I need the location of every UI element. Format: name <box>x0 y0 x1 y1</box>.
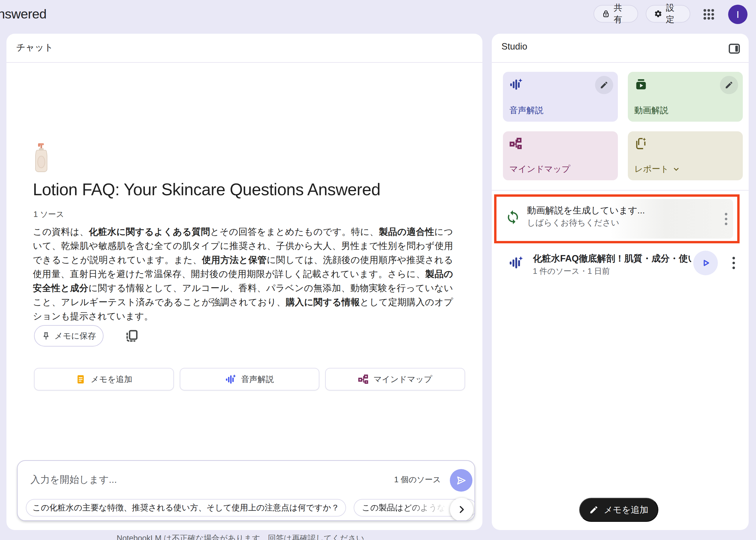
studio-list-divider <box>492 190 749 191</box>
source-count: 1 ソース <box>34 209 64 219</box>
card-label: マインドマップ <box>509 163 570 175</box>
share-button[interactable]: 共有 <box>594 5 638 23</box>
play-button[interactable] <box>693 251 718 275</box>
play-icon <box>700 257 711 269</box>
input-source-count: 1 個のソース <box>394 474 441 485</box>
settings-button[interactable]: 設定 <box>646 5 690 23</box>
copy-icon[interactable] <box>124 329 139 343</box>
video-overview-icon <box>634 78 648 91</box>
chat-input-box: 1 個のソース この化粧水の主要な特徴、推奨される使い方、そして使用上の注意点は… <box>17 460 475 521</box>
settings-label: 設定 <box>666 2 682 26</box>
sync-refresh-icon <box>505 209 521 225</box>
audio-waveform-icon <box>225 374 236 385</box>
audio-overview-list-item[interactable]: 化粧水FAQ徹底解剖！肌質・成分・使い... 1 件のソース・1 日前 <box>492 251 749 286</box>
share-label: 共有 <box>614 2 630 26</box>
edit-pencil-icon <box>600 80 609 89</box>
suggested-questions-row: この化粧水の主要な特徴、推奨される使い方、そして使用上の注意点は何ですか？ この… <box>26 499 475 516</box>
chevron-right-icon <box>457 504 467 514</box>
mindmap-icon <box>509 137 522 150</box>
chip-label: この製品はどのような成分 <box>362 502 462 513</box>
suggested-question-chip[interactable]: この化粧水の主要な特徴、推奨される使い方、そして使用上の注意点は何ですか？ <box>26 499 346 516</box>
note-icon <box>76 374 86 385</box>
send-button[interactable] <box>450 469 472 492</box>
edit-video-overview-button[interactable] <box>720 76 738 94</box>
lotion-bottle-emoji <box>32 142 51 174</box>
audio-item-title: 化粧水FAQ徹底解剖！肌質・成分・使い... <box>533 252 691 265</box>
generating-video-overview-row-highlight[interactable]: 動画解説を生成しています... しばらくお待ちください <box>494 195 740 243</box>
studio-panel: Studio 音声解説 <box>492 34 749 530</box>
add-note-action-button[interactable]: メモを追加 <box>34 368 174 390</box>
report-icon <box>634 137 647 150</box>
mindmap-card[interactable]: マインドマップ <box>503 131 618 180</box>
report-card[interactable]: レポート <box>628 131 743 180</box>
audio-waveform-icon <box>509 78 523 91</box>
generating-subtitle: しばらくお待ちください <box>527 217 619 228</box>
action-label: マインドマップ <box>373 374 432 385</box>
gear-icon <box>654 9 663 18</box>
chat-panel-title: チャット <box>16 41 53 54</box>
audio-waveform-icon <box>509 255 524 270</box>
studio-panel-title: Studio <box>502 41 527 52</box>
avatar-initial: I <box>736 9 739 20</box>
edit-pencil-icon <box>589 505 599 514</box>
chat-input[interactable] <box>31 472 377 488</box>
card-label: 動画解説 <box>634 105 668 116</box>
mindmap-icon <box>358 374 369 385</box>
top-bar: nswered 共有 設定 I <box>0 0 756 34</box>
chat-header-divider <box>6 62 482 63</box>
edit-pencil-icon <box>725 80 733 89</box>
chat-actions-row: メモを追加 音声解説 マインドマップ <box>34 368 465 390</box>
add-note-label: メモを追加 <box>604 504 648 516</box>
action-label: メモを追加 <box>90 374 132 385</box>
apps-grid-icon[interactable] <box>702 8 715 21</box>
notebook-title-truncated: nswered <box>0 6 47 22</box>
add-note-button[interactable]: メモを追加 <box>579 498 658 522</box>
summary-paragraph: この資料は、化粧水に関するよくある質問とその回答をまとめたものです。特に、製品の… <box>33 225 453 323</box>
chat-panel: チャット Lotion FAQ: Your Skincare Questions… <box>6 34 482 530</box>
lock-icon <box>602 9 610 18</box>
video-overview-card[interactable]: 動画解説 <box>628 72 743 122</box>
mindmap-action-button[interactable]: マインドマップ <box>325 368 465 390</box>
collapse-panel-icon[interactable] <box>727 42 741 56</box>
chevron-down-icon <box>673 165 680 173</box>
more-vertical-icon[interactable] <box>728 254 740 272</box>
pin-icon <box>42 332 51 340</box>
save-to-note-label: メモに保存 <box>55 331 96 341</box>
chips-scroll-right-button[interactable] <box>450 498 473 521</box>
card-label: 音声解説 <box>509 105 543 116</box>
send-icon <box>455 474 467 486</box>
summary-title: Lotion FAQ: Your Skincare Questions Answ… <box>33 180 458 199</box>
action-label: 音声解説 <box>241 374 274 385</box>
audio-overview-card[interactable]: 音声解説 <box>503 72 618 122</box>
studio-header-divider <box>492 62 749 63</box>
generating-title: 動画解説を生成しています... <box>527 204 645 217</box>
chip-label: この化粧水の主要な特徴、推奨される使い方、そして使用上の注意点は何ですか？ <box>33 502 340 513</box>
save-to-note-button[interactable]: メモに保存 <box>34 325 103 346</box>
audio-item-subtitle: 1 件のソース・1 日前 <box>533 266 610 276</box>
disclaimer-text: NotebookLM は不正確な場合があります。回答は再確認してください。 <box>6 533 482 540</box>
card-label: レポート <box>634 163 669 175</box>
edit-audio-overview-button[interactable] <box>595 76 613 94</box>
avatar[interactable]: I <box>728 5 747 24</box>
audio-overview-action-button[interactable]: 音声解説 <box>180 368 320 390</box>
more-vertical-icon[interactable] <box>720 210 732 228</box>
